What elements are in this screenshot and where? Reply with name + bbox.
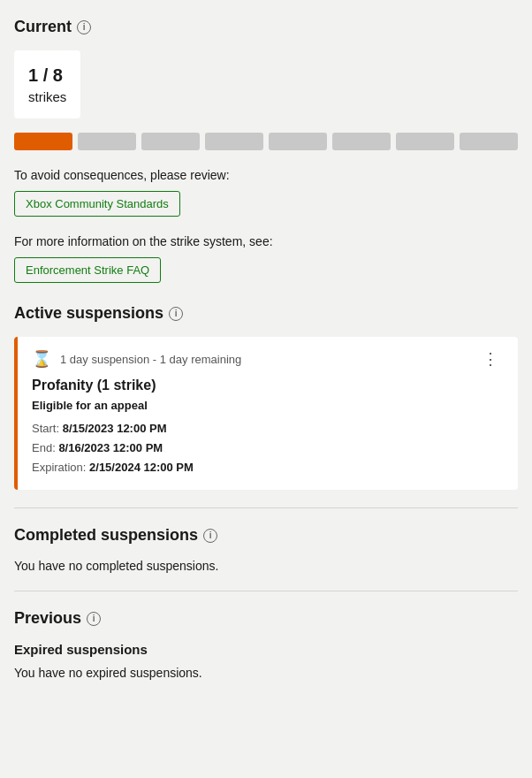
progress-segment-8: [460, 133, 518, 150]
previous-section: Previous i Expired suspensions You have …: [14, 609, 518, 680]
current-section: Current i 1 / 8 strikes To avoid consequ…: [14, 18, 518, 301]
divider-2: [14, 591, 518, 591]
expired-empty-message: You have no expired suspensions.: [14, 666, 518, 680]
faq-link[interactable]: Enforcement Strike FAQ: [14, 257, 161, 283]
progress-segment-5: [269, 133, 327, 150]
more-info-prompt: For more information on the strike syste…: [14, 234, 518, 248]
current-title: Current i: [14, 18, 518, 36]
completed-empty-message: You have no completed suspensions.: [14, 559, 518, 573]
progress-segment-3: [141, 133, 200, 150]
progress-segment-2: [78, 133, 136, 150]
previous-info-icon[interactable]: i: [87, 612, 101, 626]
suspension-appeal: Eligible for an appeal: [32, 399, 504, 412]
progress-bar: [14, 133, 518, 150]
progress-segment-4: [205, 133, 263, 150]
progress-segment-1: [14, 133, 72, 150]
current-info-icon[interactable]: i: [77, 20, 91, 34]
expired-suspensions-title: Expired suspensions: [14, 642, 518, 657]
expiration-label: Expiration:: [32, 461, 86, 474]
suspension-card: ⌛ 1 day suspension - 1 day remaining ⋮ P…: [14, 337, 518, 490]
divider-1: [14, 507, 518, 508]
active-suspensions-section: Active suspensions i ⌛ 1 day suspension …: [14, 304, 518, 490]
completed-suspensions-title: Completed suspensions i: [14, 526, 518, 545]
strikes-label: strikes: [28, 88, 66, 106]
xbox-standards-link[interactable]: Xbox Community Standards: [14, 191, 180, 217]
start-label: Start:: [32, 422, 59, 435]
suspension-card-header: ⌛ 1 day suspension - 1 day remaining ⋮: [32, 349, 504, 369]
active-suspensions-info-icon[interactable]: i: [169, 307, 183, 321]
hourglass-icon: ⌛: [32, 349, 51, 369]
suspension-options-button[interactable]: ⋮: [477, 349, 504, 369]
progress-segment-6: [332, 133, 391, 150]
suspension-details: Start: 8/15/2023 12:00 PM End: 8/16/2023…: [32, 419, 504, 477]
suspension-start: Start: 8/15/2023 12:00 PM: [32, 419, 504, 439]
review-prompt: To avoid consequences, please review:: [14, 168, 518, 182]
active-suspensions-title: Active suspensions i: [14, 304, 518, 323]
suspension-duration: 1 day suspension - 1 day remaining: [60, 353, 241, 366]
end-value: 8/16/2023 12:00 PM: [58, 441, 163, 454]
end-label: End:: [32, 441, 56, 454]
suspension-end: End: 8/16/2023 12:00 PM: [32, 439, 504, 458]
strikes-box: 1 / 8 strikes: [14, 50, 80, 118]
progress-segment-7: [396, 133, 454, 150]
suspension-title: Profanity (1 strike): [32, 378, 504, 393]
start-value: 8/15/2023 12:00 PM: [63, 422, 167, 435]
completed-suspensions-section: Completed suspensions i You have no comp…: [14, 526, 518, 573]
expiration-value: 2/15/2024 12:00 PM: [89, 461, 194, 474]
completed-suspensions-info-icon[interactable]: i: [203, 529, 217, 543]
strikes-number: 1 / 8: [28, 63, 66, 88]
suspension-expiration: Expiration: 2/15/2024 12:00 PM: [32, 458, 504, 477]
previous-title: Previous i: [14, 609, 518, 628]
suspension-header-left: ⌛ 1 day suspension - 1 day remaining: [32, 349, 241, 369]
